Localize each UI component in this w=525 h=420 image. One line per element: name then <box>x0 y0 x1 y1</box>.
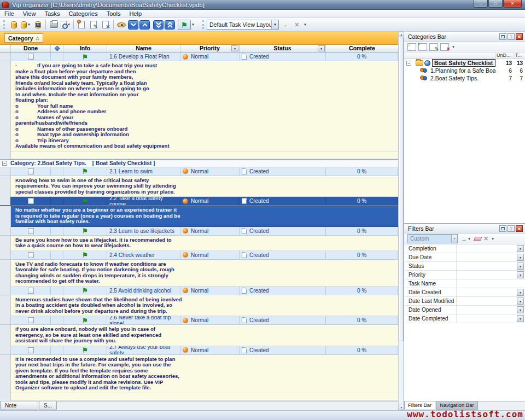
done-checkbox[interactable] <box>28 168 34 174</box>
application-window: Vip organizer [C:\Users\dmitry\Documents… <box>0 0 525 420</box>
chevron-down-icon[interactable]: ▼ <box>271 20 278 29</box>
menu-bar: FileViewTasksCategoriesToolsHelp <box>0 10 525 18</box>
column-header-status[interactable]: Status▼ <box>240 45 326 52</box>
save-filter-button[interactable]: →▼ <box>460 234 471 244</box>
edit-category-button[interactable]: ✎ <box>429 43 438 51</box>
filter-dropdown-button[interactable]: ▼ <box>517 245 524 252</box>
layout-combo[interactable]: Default Task View Layout▼ <box>207 20 279 30</box>
done-checkbox[interactable] <box>28 252 34 258</box>
done-checkbox[interactable] <box>28 317 34 323</box>
collapse-icon[interactable]: − <box>406 61 411 66</box>
category-tree-item[interactable]: −Boat Safety Checklist1313 <box>404 59 525 67</box>
column-header-priority-icon[interactable] <box>51 45 63 52</box>
filter-dropdown-button[interactable]: ▼ <box>517 271 524 278</box>
column-header-done[interactable]: Done <box>11 45 51 52</box>
menu-item-view[interactable]: View <box>19 10 40 17</box>
save-layout-button[interactable]: → <box>279 19 290 30</box>
move-up-button[interactable] <box>139 20 150 30</box>
filter-dropdown-button[interactable]: ▼ <box>517 262 524 270</box>
task-status: Created <box>240 52 326 61</box>
filter-dropdown-button[interactable]: ▼ <box>517 315 524 322</box>
filter-dropdown-button[interactable]: ▼ <box>517 254 524 261</box>
menu-item-tasks[interactable]: Tasks <box>40 10 64 17</box>
open-database-button[interactable]: ▼ <box>20 19 31 30</box>
delete-task-button[interactable]: ✕ <box>100 19 111 30</box>
status-filter-button[interactable]: ▼ <box>318 45 325 51</box>
tab-note[interactable]: Note <box>0 401 38 410</box>
new-subcategory-button[interactable]: + <box>418 43 427 51</box>
menu-item-categories[interactable]: Categories <box>65 10 102 17</box>
menu-item-tools[interactable]: Tools <box>102 10 125 17</box>
delete-layout-button[interactable]: ✕ <box>291 19 302 30</box>
right-panel: Categories Bar ⊤ ✕ → + ✎ ✕ ▼ UnD... T...… <box>404 32 525 410</box>
complete-task-toggle[interactable]: ⚑ <box>178 20 191 30</box>
chevron-down-icon[interactable]: ▼ <box>451 235 457 243</box>
move-to-top-button[interactable] <box>165 20 175 30</box>
filter-dropdown-button[interactable]: ▼ <box>517 289 524 296</box>
group-field-chip[interactable]: Category △ <box>4 33 43 43</box>
delete-category-button[interactable]: ✕ <box>440 43 449 51</box>
done-checkbox[interactable] <box>28 198 34 204</box>
title-bar: Vip organizer [C:\Users\dmitry\Documents… <box>0 0 525 10</box>
column-header-info[interactable]: Info <box>63 45 107 52</box>
close-button[interactable]: ✕ <box>503 0 522 8</box>
panel-restore-button[interactable] <box>499 225 506 232</box>
task-row[interactable]: ⚑2.1 Learn to swimNormalCreated0 % <box>0 167 398 176</box>
panel-pin-button[interactable]: ⊤ <box>508 33 515 40</box>
move-down-button[interactable] <box>128 20 138 30</box>
done-checkbox[interactable] <box>28 228 34 234</box>
done-checkbox[interactable] <box>28 288 34 294</box>
category-tree-item[interactable]: 2.Boat Safety Tips.77 <box>404 74 525 82</box>
panel-close-button[interactable]: ✕ <box>516 225 523 232</box>
filter-dropdown-button[interactable]: ▼ <box>517 298 524 305</box>
priority-flag-cell <box>51 167 63 176</box>
grid-vertical-scrollbar[interactable]: ▲ ▼ <box>398 32 404 410</box>
panel-pin-button[interactable]: ⊤ <box>508 225 515 232</box>
row-gutter <box>0 325 11 346</box>
category-tree-item[interactable]: 1.Planning for a Safe Boat T66 <box>404 67 525 74</box>
category-group-row[interactable]: −Category: 2.Boat Safety Tips. [ Boat Sa… <box>0 159 398 167</box>
column-header-priority[interactable]: Priority▼ <box>180 45 240 52</box>
minimize-button[interactable]: – <box>474 0 488 8</box>
tab-s[interactable]: S... <box>39 401 57 410</box>
done-checkbox[interactable] <box>28 347 34 353</box>
task-row[interactable]: ⚑2.6 Never take a boat trip alone!Normal… <box>0 316 398 325</box>
priority-filter-button[interactable]: ▼ <box>231 45 238 51</box>
delete-filter-button[interactable]: ✕ <box>483 235 488 242</box>
status-icon <box>242 168 247 174</box>
column-header-name[interactable]: Name <box>107 45 180 52</box>
print-preview-button[interactable]: ▼ <box>60 19 71 30</box>
task-name: 2.5 Avoid drinking alcohol <box>107 287 180 295</box>
save-database-button[interactable] <box>32 19 43 30</box>
menu-item-help[interactable]: Help <box>125 10 146 17</box>
task-row[interactable]: ⚑2.5 Avoid drinking alcoholNormalCreated… <box>0 287 398 295</box>
add-task-button[interactable] <box>76 19 87 30</box>
new-database-button[interactable] <box>8 19 19 30</box>
print-button[interactable] <box>48 19 59 30</box>
column-total[interactable]: T... <box>514 52 525 59</box>
task-row[interactable]: ⚑2.2 Take a boat safety course.NormalCre… <box>0 197 398 206</box>
status-icon <box>242 228 247 234</box>
filter-dropdown-button[interactable]: ▼ <box>517 306 524 313</box>
show-notes-button[interactable] <box>116 19 127 30</box>
filter-preset-combo[interactable]: Custom▼ <box>407 234 458 243</box>
done-checkbox[interactable] <box>28 54 34 60</box>
scrollbar-thumb[interactable] <box>399 38 404 341</box>
panel-close-button[interactable]: ✕ <box>516 33 523 40</box>
task-row[interactable]: ⚑2.7 Always use your boat safetyNormalCr… <box>0 346 398 355</box>
column-header-complete[interactable]: Complete <box>326 45 398 52</box>
new-category-button[interactable]: → <box>407 43 416 51</box>
collapse-icon[interactable]: − <box>2 161 7 166</box>
panel-restore-button[interactable] <box>499 33 506 40</box>
column-undone[interactable]: UnD... <box>495 52 514 59</box>
move-to-bottom-button[interactable] <box>153 20 164 30</box>
task-name: 2.1 Learn to swim <box>107 167 180 176</box>
clear-filter-button[interactable] <box>474 237 482 241</box>
edit-task-button[interactable]: ✎ <box>88 19 99 30</box>
menu-item-file[interactable]: File <box>0 10 19 17</box>
task-complete: 0 % <box>326 346 398 354</box>
task-row[interactable]: ⚑1.6 Develop a Float PlanNormalCreated0 … <box>0 52 398 61</box>
maximize-button[interactable]: □ <box>488 0 503 8</box>
task-row[interactable]: ⚑2.3 Learn to use lifejacketsNormalCreat… <box>0 227 398 236</box>
task-row[interactable]: ⚑2.4 Check weatherNormalCreated0 % <box>0 251 398 260</box>
